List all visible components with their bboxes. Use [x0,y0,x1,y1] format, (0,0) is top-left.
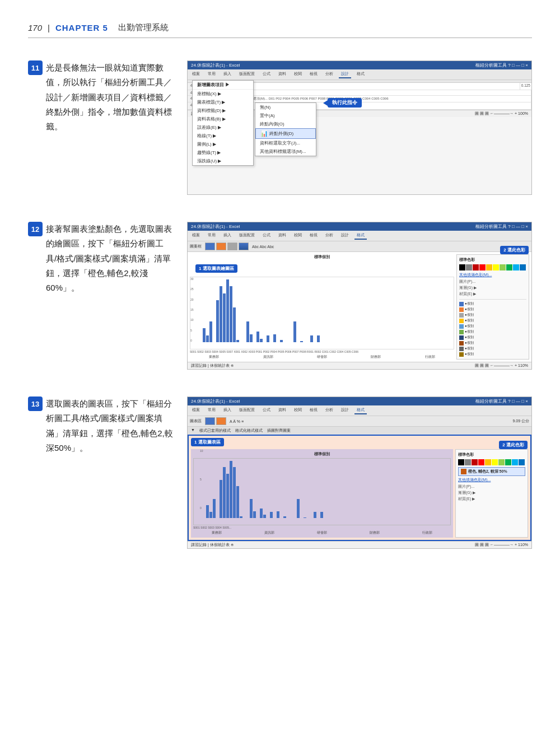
color-swatches-13 [458,459,525,465]
more-colors-13: 其他填滿色彩(M)... [458,477,525,483]
annotation2-13: 2 選此色彩 [499,441,528,449]
legend-color-6 [459,330,464,334]
swatch-green [500,264,506,270]
section-11-left: 11 光是長條無法一眼就知道實際數值，所以執行「樞紐分析圖工具／設計／新增圖表項… [28,60,174,138]
swatch-gray [466,264,472,270]
legend-item-2: ●假別 [459,307,526,312]
separator: | [48,23,50,32]
step-text-11: 光是長條無法一眼就知道實際數值，所以執行「樞紐分析圖工具／設計／新增圖表項目／資… [46,60,174,134]
style-btn-2-13 [216,417,226,425]
excel-screenshot-12: 24.休假統計表(1) - Excel 樞紐分析圖工具 ? □ — □ × 檔案… [187,222,532,370]
step-badge-12: 12 [28,222,43,236]
legend-item-6: ●假別 [459,329,526,334]
legend-color-1 [459,302,464,306]
chart-title-13: 標準假別 [193,451,451,457]
bar-chart-12: 0 5 10 15 20 25 30 [190,277,454,349]
x-axis-13: S001 S002 S003 S004 S005... [193,526,451,529]
panel-title-12: 標準色彩 [459,257,526,263]
section-13-left: 13 選取圖表的圖表區，按下「樞紐分析圖工具/格式/圖案樣式/圖案填滿」清單鈕，… [28,397,174,460]
more-colors-12: 其他填滿色彩(M)... [459,272,526,278]
menu-item-updown: 漲跌線(U) ▶ [193,157,253,165]
submenu-datalabel: 無(N) 置中(A) 終點內側(O) 📊 終點外側(D) 資料框選取文字(J).… [255,102,316,156]
excel-screenshot-11: 24.休假統計表(1) - Excel 樞紐分析圖工具 ? □ — □ × 檔案… [187,60,532,195]
bars-container-13 [203,461,448,518]
color-swatches-12 [459,264,526,270]
rt-view: 校閱 [292,71,304,78]
rt-layout: 插入 [221,71,234,78]
rt-format: 格式 [354,71,367,78]
arrow-left-11 [323,100,328,106]
picture-13: 圖片(P)... [458,484,525,489]
style-buttons-12 [205,242,249,250]
abc-13: A Ä % ≡ [230,419,244,423]
statusbar-12: 講習記錄 | 休假統計表 ⊕ 圖 圖 圖 ←————→ + 110% [188,362,531,369]
chart-container-13: 1 選取圖表區 標準假別 0 5 10 [188,435,531,541]
submenu-more: 其他資料標籤選項(M)... [255,147,316,156]
legend-item-1: ●假別 [459,301,526,306]
swatch-darkred [473,264,479,270]
menu-item-legend: 圖例(L) ▶ [193,140,253,148]
chapter-title: 出勤管理系統 [118,22,169,33]
submenu-center: 置中(A) [255,111,316,120]
legend-item-8: ●假別 [459,340,526,346]
excel-ribbon-11: 檔案 常用 插入 版面配置 公式 資料 校閱 檢視 分析 設計 格式 [188,69,531,80]
y-axis-12: 0 5 10 15 20 25 30 [190,277,194,349]
menu-dropdown-11: 新增圖表項目 ▶ 座標軸(X) ▶ 圖表標題(T) ▶ 資料標籤(D) ▶ 資料… [192,80,254,166]
chart-title-12: 標準假別 [190,254,454,260]
submenu-datatextbox: 資料框選取文字(J)... [255,139,316,147]
sheet-tabs-12: 講習記錄 | 休假統計表 ⊕ [191,363,234,368]
menu-item-trendline: 趨勢線(T) ▶ [193,148,253,157]
step-header-11: 11 光是長條無法一眼就知道實際數值，所以執行「樞紐分析圖工具／設計／新增圖表項… [28,60,174,134]
excel-screenshot-13: 24.休假統計表(1) - Excel 樞紐分析圖工具 ? □ — □ × 檔案… [187,397,532,549]
highlighted-swatch-13 [461,469,466,474]
texture-12: 材質(E) ▶ [459,291,526,297]
page-header: 170 | CHAPTER 5 出勤管理系統 [28,22,532,38]
style-btn-1-13 [205,417,215,425]
area-labels-13: ▼ 樣式已套用的樣式 格式化格式樣式 插圖對齊圖案 [188,427,531,435]
annotation1-12: 1 選取圖表繪圖區 [195,264,237,273]
menu-item-title: 圖表標題(T) ▶ [193,98,253,106]
step-header-12: 12 接著幫圖表塗點顏色，先選取圖表的繪圖區，按下「樞紐分析圖工具/格式/圖案樣… [28,222,174,295]
sheet-tabs-13: 講習記錄 | 休假統計表 ⊕ [191,542,234,548]
legend-item-7: ●假別 [459,335,526,340]
status-right-13: 圖 圖 圖 ←————→ + 110% [475,542,528,548]
menu-item-label: 資料標籤(D) ▶ [193,106,253,115]
color-panel-12: 2 選此色彩 標準色彩 [456,254,529,360]
swatch-red [479,264,486,270]
title-text-13: 24.休假統計表(1) - Excel [191,398,240,404]
menu-item-gridline: 格線(T) ▶ [193,132,253,140]
sub-ribbon-11: 新增圖表項目 ▶ 座標軸(X) ▶ 圖表標題(T) ▶ 資料標籤(D) ▶ 資料… [188,80,531,83]
page-number: 170 [28,23,42,32]
step-badge-11: 11 [28,60,43,75]
submenu-none: 無(N) [255,103,316,111]
excel-titlebar-11: 24.休假統計表(1) - Excel 樞紐分析圖工具 ? □ — □ × [188,61,531,69]
menu-heading: 新增圖表項目 ▶ [193,81,253,90]
bars-container-12 [199,279,451,342]
section-12: 12 接著幫圖表塗點顏色，先選取圖表的繪圖區，按下「樞紐分析圖工具/格式/圖案樣… [28,222,532,370]
title-text-12: 24.休假統計表(1) - Excel [191,223,240,230]
bar-chart-13: 0 5 10 [193,458,451,525]
legend-color-8 [459,341,464,346]
legend-item-3: ●假別 [459,312,526,318]
excel-ribbon-13: 檔案 常用 插入 版面配置 公式 資料 校閱 檢視 分析 設計 格式 [188,405,531,416]
step-badge-13: 13 [28,397,43,411]
rt-review: 資料 [276,71,288,78]
menu-item-table: 資料表格(B) ▶ [193,115,253,123]
swatch-blue [520,264,526,270]
y-axis-13: 0 5 10 [200,449,203,516]
submenu-inend: 終點內側(O) [255,120,316,128]
rt-formula: 版面配置 [237,71,257,78]
excel-window-controls-11: 樞紐分析圖工具 ? □ — □ × [475,62,528,68]
annotation2-12: 2 選此色彩 [500,246,529,254]
swatch-cyan [513,264,519,270]
format-ribbon-13: 圖表區 A Ä % ≡ 9.09 公分 [188,416,531,427]
step-header-13: 13 選取圖表的圖表區，按下「樞紐分析圖工具/格式/圖案樣式/圖案填滿」清單鈕，… [28,397,174,455]
statusbar-13: 講習記錄 | 休假統計表 ⊕ 圖 圖 圖 ←————→ + 110% [188,541,531,548]
swatch-brightyellow [493,264,499,270]
excel-ribbon-12: 檔案 常用 插入 版面配置 公式 資料 校閱 檢視 分析 設計 格式 [188,231,531,241]
legend-color-7 [459,335,464,340]
rt-data: 公式 [260,71,273,78]
section-12-right: 24.休假統計表(1) - Excel 樞紐分析圖工具 ? □ — □ × 檔案… [187,222,532,370]
excel-title-text-11: 24.休假統計表(1) - Excel [191,62,240,68]
rt-home: 檔案 [190,71,202,78]
